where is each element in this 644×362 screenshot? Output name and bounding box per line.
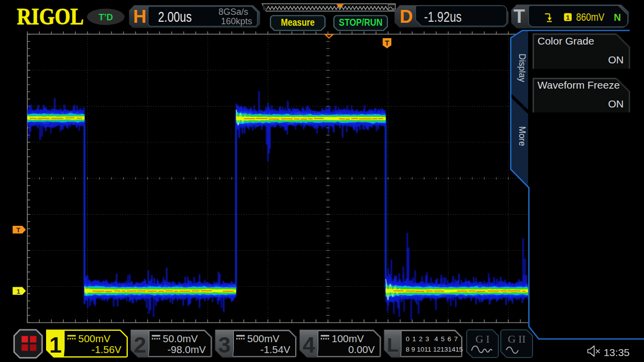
svg-text:3: 3 — [218, 332, 230, 358]
svg-text:500mV: 500mV — [247, 333, 279, 344]
svg-text:0.00V: 0.00V — [348, 344, 375, 355]
svg-text:T: T — [16, 226, 20, 234]
svg-text:13:35: 13:35 — [603, 347, 630, 358]
svg-text:-1.54V: -1.54V — [261, 344, 291, 355]
svg-text:ON: ON — [608, 98, 624, 109]
svg-text:1: 1 — [566, 14, 570, 21]
svg-text:2: 2 — [134, 332, 146, 358]
svg-text:-98.0mV: -98.0mV — [167, 344, 206, 355]
svg-text:860mV: 860mV — [576, 11, 605, 23]
svg-text:ON: ON — [608, 54, 624, 65]
svg-text:Display: Display — [517, 53, 527, 82]
svg-text:G II: G II — [508, 333, 526, 345]
svg-text:Color Grade: Color Grade — [537, 35, 594, 47]
svg-text:STOP/RUN: STOP/RUN — [339, 17, 382, 28]
svg-text:H: H — [133, 6, 147, 27]
svg-text:1: 1 — [16, 288, 20, 295]
svg-text:160kpts: 160kpts — [221, 16, 252, 26]
svg-text:8GSa/s: 8GSa/s — [218, 7, 248, 17]
svg-text:T: T — [513, 6, 525, 27]
svg-text:500mV: 500mV — [78, 333, 110, 344]
svg-text:RIGOL: RIGOL — [17, 4, 84, 29]
svg-text:0 1 2 3 4 5 6 7: 0 1 2 3 4 5 6 7 — [406, 335, 458, 343]
svg-text:Waveform Freeze: Waveform Freeze — [537, 79, 620, 91]
svg-text:4: 4 — [303, 332, 315, 358]
svg-text:T: T — [385, 39, 389, 47]
svg-text:T’D: T’D — [99, 12, 113, 22]
svg-text:Measure: Measure — [281, 17, 315, 28]
svg-text:G I: G I — [476, 333, 490, 345]
svg-text:-1.92us: -1.92us — [424, 8, 462, 25]
svg-text:8 9 1011 12131415: 8 9 1011 12131415 — [406, 346, 463, 353]
svg-text:More: More — [517, 126, 527, 146]
svg-text:1: 1 — [49, 332, 61, 358]
svg-text:100mV: 100mV — [332, 333, 364, 344]
svg-text:2.00us: 2.00us — [158, 8, 192, 25]
svg-text:D: D — [400, 6, 413, 27]
svg-text:50.0mV: 50.0mV — [163, 333, 198, 344]
svg-text:-1.56V: -1.56V — [92, 344, 122, 355]
svg-text:L: L — [387, 334, 399, 356]
svg-text:N: N — [614, 12, 621, 23]
